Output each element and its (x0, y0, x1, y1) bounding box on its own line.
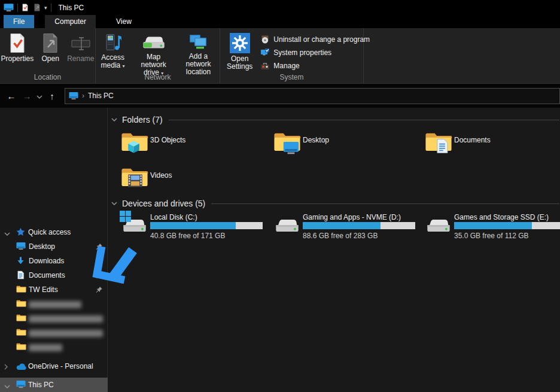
drive-free-space: 88.6 GB free of 283 GB (303, 232, 378, 240)
sidebar-item-redacted[interactable] (0, 311, 108, 326)
drive-name: Games and Storage SSD (E:) (454, 213, 549, 221)
sidebar-item-label: Desktop (29, 242, 55, 251)
3d-cube-icon (127, 140, 141, 154)
drive-icon (425, 215, 452, 235)
uninstall-program-button[interactable]: Uninstall or change a program (260, 33, 370, 46)
sidebar-item-redacted[interactable] (0, 326, 108, 340)
sidebar-item-documents-pinned[interactable]: Documents (0, 268, 108, 282)
properties-icon (8, 33, 27, 53)
back-button[interactable]: ← (4, 91, 19, 101)
folder-icon (16, 299, 26, 309)
ribbon-group-location: Properties Open Rename Location (0, 28, 96, 83)
up-button[interactable]: ↑ (44, 91, 60, 101)
section-header-label: Devices and drives (5) (122, 199, 205, 208)
collapse-chevron-icon[interactable] (111, 118, 117, 121)
ribbon-spacer (364, 28, 560, 83)
sidebar-item-redacted[interactable] (0, 297, 108, 311)
rename-button[interactable]: Rename (64, 31, 97, 63)
qat-customize-dropdown-icon[interactable]: ▾ (44, 5, 47, 11)
folder-icon (16, 314, 26, 324)
qat-new-item-icon[interactable] (34, 4, 41, 11)
collapse-chevron-icon[interactable] (111, 202, 117, 205)
capacity-bar (303, 222, 415, 229)
navigation-pane: Quick access Desktop Downloads Documents… (0, 108, 108, 392)
map-network-drive-button[interactable]: Map network drive ▾ (131, 31, 176, 77)
dropdown-arrow-icon: ▾ (123, 63, 125, 69)
chevron-down-icon[interactable] (4, 382, 10, 390)
group-label-location: Location (0, 73, 95, 81)
access-media-button[interactable]: Access media ▾ (96, 31, 130, 77)
system-properties-button[interactable]: System properties (260, 46, 370, 59)
chevron-right-icon[interactable] (4, 363, 8, 372)
window-body: Quick access Desktop Downloads Documents… (0, 108, 560, 392)
this-pc-icon (16, 380, 26, 390)
chevron-down-icon[interactable] (4, 229, 10, 238)
folder-name: Desktop (303, 136, 329, 144)
forward-button[interactable]: → (19, 91, 35, 101)
folder-name: Documents (454, 136, 491, 144)
drive-free-space: 35.0 GB free of 112 GB (454, 232, 529, 240)
section-header-devices[interactable]: Devices and drives (5) (111, 198, 559, 209)
drive-tile-local-disk-c[interactable]: Local Disk (C:) 40.8 GB free of 171 GB (121, 213, 272, 242)
onedrive-cloud-icon (16, 363, 27, 372)
drive-name: Local Disk (C:) (150, 213, 197, 221)
navigation-bar: ← → ↑ › This PC (0, 84, 560, 108)
capacity-bar-fill (150, 222, 236, 229)
sidebar-item-this-pc[interactable]: This PC (0, 378, 108, 392)
folder-tile-desktop[interactable]: Desktop (273, 130, 425, 162)
sidebar-item-tw-edits-pinned[interactable]: TW Edits (0, 282, 108, 297)
folder-tile-documents[interactable]: Documents (425, 130, 560, 162)
window-title: This PC (59, 4, 84, 12)
folder-icon (16, 342, 26, 353)
breadcrumb-this-pc[interactable]: This PC (88, 92, 114, 100)
tab-file[interactable]: File (4, 15, 34, 28)
folder-tile-3d-objects[interactable]: 3D Objects (121, 130, 272, 162)
folder-name: Videos (150, 171, 172, 180)
open-settings-button[interactable]: Open Settings (224, 31, 255, 72)
group-label-system: System (220, 73, 363, 81)
ribbon-group-system: Open Settings Uninstall or change a prog… (220, 28, 364, 83)
this-pc-icon (69, 92, 78, 100)
manage-label: Manage (273, 62, 299, 70)
properties-button[interactable]: Properties (0, 31, 36, 63)
add-network-location-button[interactable]: Add a network location (177, 31, 220, 77)
manage-button[interactable]: Manage (260, 59, 370, 72)
redacted-label (29, 301, 81, 308)
sidebar-item-onedrive[interactable]: OneDrive - Personal (0, 359, 108, 373)
recent-locations-dropdown-icon[interactable] (35, 93, 44, 99)
section-header-label: Folders (7) (122, 115, 163, 124)
access-media-label: Access media (101, 53, 124, 69)
sidebar-item-label: Downloads (29, 257, 64, 265)
sidebar-item-desktop-pinned[interactable]: Desktop (0, 239, 108, 254)
section-divider (211, 203, 559, 204)
content-pane: Folders (7) 3D Objects Desktop Documents (108, 108, 559, 392)
qat-properties-icon[interactable] (22, 4, 29, 11)
section-header-folders[interactable]: Folders (7) (111, 114, 559, 125)
pin-icon (95, 272, 103, 281)
tab-view[interactable]: View (106, 15, 141, 28)
sidebar-item-redacted[interactable] (0, 340, 108, 354)
folder-name: 3D Objects (150, 136, 185, 144)
folder-tile-videos[interactable]: Videos (121, 166, 272, 197)
pin-icon (95, 257, 103, 267)
address-bar[interactable]: › This PC (65, 88, 560, 104)
file-explorer-window: ▾ This PC File Computer View Properties … (0, 0, 560, 392)
redacted-label (29, 344, 62, 351)
tab-computer[interactable]: Computer (45, 15, 96, 28)
filmstrip-icon (127, 173, 143, 189)
sidebar-item-quick-access[interactable]: Quick access (0, 225, 108, 239)
open-button[interactable]: Open (38, 31, 63, 63)
drive-tile-gaming-d[interactable]: Gaming and Apps - NVME (D:) 88.6 GB free… (273, 213, 425, 242)
breadcrumb-separator-icon: › (82, 92, 84, 100)
ribbon: Properties Open Rename Location Access m… (0, 28, 560, 84)
section-divider (169, 120, 559, 120)
titlebar: ▾ This PC (0, 0, 560, 15)
sidebar-item-downloads-pinned[interactable]: Downloads (0, 254, 108, 268)
ribbon-tab-row: File Computer View (0, 15, 560, 28)
network-drive-icon (141, 33, 167, 51)
quick-access-star-icon (16, 227, 25, 238)
redacted-label (29, 315, 103, 323)
drive-tile-games-ssd-e[interactable]: Games and Storage SSD (E:) 35.0 GB free … (425, 213, 560, 242)
explorer-app-icon (4, 3, 14, 12)
sidebar-item-label: Quick access (28, 228, 71, 236)
